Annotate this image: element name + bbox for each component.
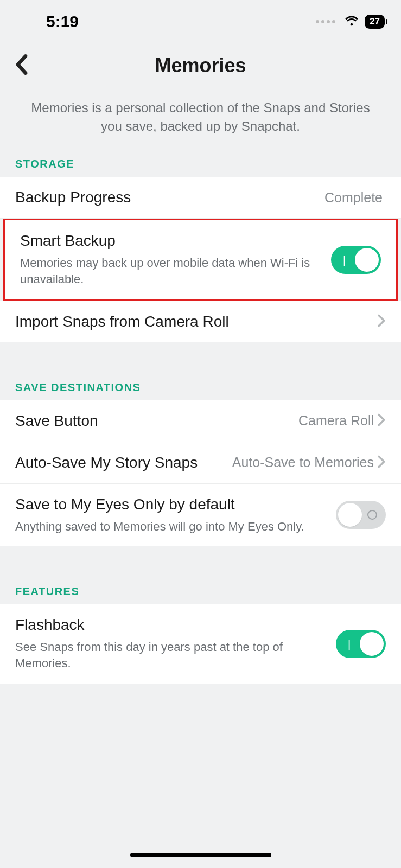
page-description: Memories is a personal collection of the… bbox=[0, 99, 401, 135]
import-snaps-label: Import Snaps from Camera Roll bbox=[15, 313, 377, 330]
status-bar: 5:19 27 bbox=[0, 0, 401, 38]
back-button[interactable] bbox=[14, 54, 30, 78]
cellular-dots-icon bbox=[316, 20, 335, 23]
smart-backup-sub: Memories may back up over mobile data wh… bbox=[20, 255, 331, 287]
home-indicator[interactable] bbox=[130, 853, 271, 857]
section-header-save-destinations: SAVE DESTINATIONS bbox=[0, 375, 401, 400]
auto-save-row[interactable]: Auto-Save My Story Snaps Auto-Save to Me… bbox=[0, 442, 401, 484]
chevron-right-icon bbox=[377, 455, 386, 470]
flashback-label: Flashback bbox=[15, 616, 336, 634]
save-button-label: Save Button bbox=[15, 412, 298, 430]
highlighted-row: Smart Backup Memories may back up over m… bbox=[3, 219, 398, 301]
chevron-right-icon bbox=[377, 413, 386, 429]
auto-save-value: Auto-Save to Memories bbox=[232, 455, 374, 470]
auto-save-label: Auto-Save My Story Snaps bbox=[15, 454, 232, 471]
eyes-only-label: Save to My Eyes Only by default bbox=[15, 496, 336, 513]
section-header-storage: STORAGE bbox=[0, 151, 401, 177]
backup-progress-label: Backup Progress bbox=[15, 189, 324, 206]
chevron-right-icon bbox=[377, 314, 386, 329]
smart-backup-label: Smart Backup bbox=[20, 232, 331, 250]
save-button-row[interactable]: Save Button Camera Roll bbox=[0, 400, 401, 442]
flashback-sub: See Snaps from this day in years past at… bbox=[15, 639, 336, 671]
header: Memories bbox=[0, 38, 401, 99]
eyes-only-sub: Anything saved to Memories will go into … bbox=[15, 519, 336, 535]
smart-backup-toggle[interactable] bbox=[331, 246, 381, 274]
section-header-features: FEATURES bbox=[0, 579, 401, 604]
backup-progress-value: Complete bbox=[324, 190, 383, 206]
import-snaps-row[interactable]: Import Snaps from Camera Roll bbox=[0, 301, 401, 342]
battery-icon: 27 bbox=[365, 15, 385, 29]
flashback-toggle[interactable] bbox=[336, 630, 386, 658]
status-right: 27 bbox=[316, 13, 385, 30]
wifi-icon bbox=[344, 13, 359, 30]
backup-progress-row[interactable]: Backup Progress Complete bbox=[0, 177, 401, 219]
status-time: 5:19 bbox=[46, 12, 79, 31]
smart-backup-row[interactable]: Smart Backup Memories may back up over m… bbox=[5, 220, 396, 299]
save-button-value: Camera Roll bbox=[298, 413, 374, 429]
page-title: Memories bbox=[11, 54, 390, 77]
eyes-only-toggle[interactable] bbox=[336, 501, 386, 529]
flashback-row[interactable]: Flashback See Snaps from this day in yea… bbox=[0, 604, 401, 683]
eyes-only-row[interactable]: Save to My Eyes Only by default Anything… bbox=[0, 484, 401, 547]
